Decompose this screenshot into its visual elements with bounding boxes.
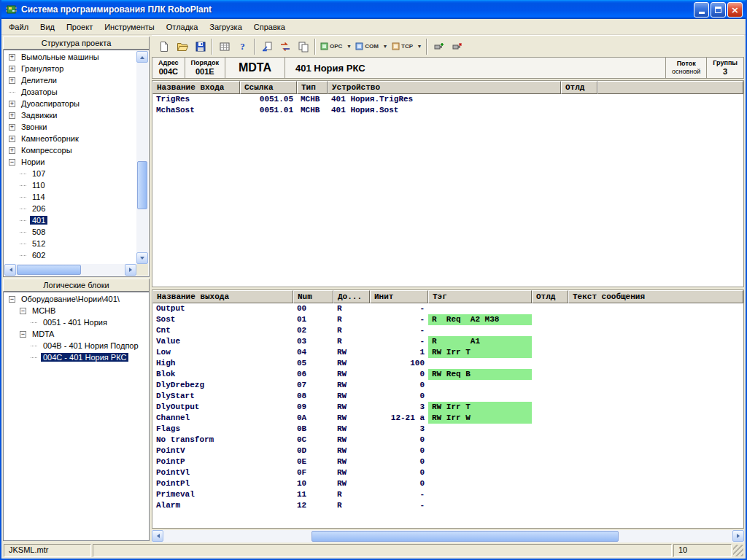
column-header[interactable]: Инит	[370, 290, 428, 303]
column-header[interactable]: Устройство	[328, 81, 561, 94]
tree-item[interactable]: 004B - 401 Нория Подпор	[4, 340, 148, 351]
column-header[interactable]: Отлд	[532, 290, 568, 303]
menu-item[interactable]: Инструменты	[98, 20, 160, 34]
output-row[interactable]: Cnt02R-	[152, 325, 743, 336]
project-tree-hscrollbar[interactable]	[4, 264, 136, 276]
menu-item[interactable]: Вид	[34, 20, 61, 34]
com-dropdown-button[interactable]: ▼	[381, 38, 390, 55]
tree-item[interactable]: 0051 - 401 Нория	[4, 316, 148, 328]
scroll-right-button[interactable]	[125, 264, 136, 276]
column-header[interactable]: До...	[333, 290, 370, 303]
column-header[interactable]: Ссылка	[240, 81, 297, 94]
tree-item[interactable]: 114	[4, 191, 136, 203]
connect-device-button[interactable]	[430, 38, 448, 55]
menu-item[interactable]: Проект	[61, 20, 98, 34]
output-row[interactable]: Sost01R-R Req A2 M38	[152, 314, 743, 325]
output-row[interactable]: Blok06RW0RW Req B	[152, 369, 743, 380]
tcp-dropdown-button[interactable]: ▼	[415, 38, 424, 55]
main-hscrollbar[interactable]	[152, 530, 744, 542]
output-row[interactable]: Value03R-R A1	[152, 336, 743, 347]
output-row[interactable]: Low04RW1RW Irr T	[152, 347, 743, 358]
close-button[interactable]: ×	[727, 2, 743, 18]
scroll-left-button[interactable]	[4, 264, 16, 276]
tree-item[interactable]: +Задвижки	[4, 109, 136, 121]
expand-icon[interactable]: +	[9, 77, 15, 84]
scroll-up-button[interactable]	[136, 51, 148, 63]
disconnect-device-button[interactable]	[448, 38, 466, 55]
output-row[interactable]: Channel0ARW12-21 aRW Irr W	[152, 413, 743, 424]
transfer-button[interactable]	[276, 38, 294, 55]
output-row[interactable]: PointP0ERW0	[152, 456, 743, 467]
expand-icon[interactable]: +	[9, 54, 15, 61]
expand-icon[interactable]: +	[9, 66, 15, 72]
column-header[interactable]: Название входа	[152, 81, 240, 94]
output-row[interactable]: DlyOutput09RW3RW Irr T	[152, 402, 743, 413]
vscroll-track[interactable]	[136, 63, 148, 252]
resize-grip[interactable]	[733, 545, 743, 556]
tree-item[interactable]: +Камнеотборник	[4, 133, 136, 144]
output-row[interactable]: DlyStart08RW0	[152, 391, 743, 402]
tree-item[interactable]: −MDTA	[4, 328, 148, 340]
column-header[interactable]: Тип	[297, 81, 328, 94]
copy-button[interactable]	[294, 38, 312, 55]
column-header[interactable]: Тэг	[428, 290, 532, 303]
tree-item[interactable]: 512	[4, 238, 136, 249]
tree-item[interactable]: −MCHB	[4, 305, 148, 316]
help-button[interactable]: ?	[233, 38, 252, 55]
expand-icon[interactable]: +	[9, 112, 15, 119]
opc-connection-button[interactable]: OPC	[318, 38, 344, 55]
tree-item[interactable]: −Нории	[4, 156, 136, 168]
tree-item[interactable]: 206	[4, 203, 136, 214]
menu-item[interactable]: Файл	[3, 20, 34, 34]
import-button[interactable]	[258, 38, 276, 55]
output-row[interactable]: Primeval11R-	[152, 489, 743, 500]
tree-item[interactable]: +Делители	[4, 74, 136, 86]
input-row[interactable]: MchaSost0051.01MCHB401 Нория.Sost	[152, 105, 743, 116]
output-row[interactable]: PointVl0FRW0	[152, 467, 743, 478]
title-bar[interactable]: Система программирования ПЛК RoboPlant ×	[1, 0, 746, 19]
main-hscroll-track[interactable]	[163, 530, 732, 542]
column-header[interactable]: Отлд	[561, 81, 597, 94]
expand-icon[interactable]: +	[9, 136, 15, 142]
menu-item[interactable]: Загрузка	[204, 20, 247, 34]
tree-item[interactable]: 004C - 401 Нория РКС	[4, 351, 148, 363]
tree-item[interactable]: +Компрессоры	[4, 144, 136, 156]
tree-item[interactable]: 508	[4, 226, 136, 238]
expand-icon[interactable]: +	[9, 101, 15, 107]
tree-item[interactable]: 110	[4, 179, 136, 191]
project-tree-vscrollbar[interactable]	[136, 51, 148, 264]
tree-item[interactable]: 602	[4, 249, 136, 261]
tree-item[interactable]: 401	[4, 214, 136, 226]
save-button[interactable]	[191, 38, 209, 55]
output-row[interactable]: High05RW100	[152, 358, 743, 369]
main-hscroll-thumb[interactable]	[311, 531, 619, 542]
open-project-button[interactable]	[173, 38, 191, 55]
tcp-connection-button[interactable]: TCP	[390, 38, 415, 55]
output-row[interactable]: Output00R-	[152, 303, 743, 314]
tree-item[interactable]: +Гранулятор	[4, 63, 136, 74]
output-row[interactable]: Flags0BRW3	[152, 424, 743, 435]
output-row[interactable]: Alarm12R-	[152, 500, 743, 511]
input-row[interactable]: TrigRes0051.05MCHB401 Нория.TrigRes	[152, 94, 743, 105]
scroll-left-button[interactable]	[152, 530, 163, 542]
collapse-icon[interactable]: −	[9, 296, 15, 303]
tree-item[interactable]: +Звонки	[4, 121, 136, 133]
column-header[interactable]: Num	[293, 290, 333, 303]
tree-item[interactable]: −Оборудование\Нории\401\	[4, 293, 148, 305]
column-header[interactable]: Текст сообщения	[568, 290, 743, 303]
minimize-button[interactable]	[694, 2, 709, 18]
tree-item[interactable]: Дозаторы	[4, 86, 136, 98]
scroll-right-button[interactable]	[732, 530, 744, 542]
column-header[interactable]: Название выхода	[152, 290, 293, 303]
opc-dropdown-button[interactable]: ▼	[344, 38, 353, 55]
expand-icon[interactable]: +	[9, 124, 15, 131]
maximize-button[interactable]	[711, 2, 726, 18]
new-file-button[interactable]	[155, 38, 173, 55]
vscroll-thumb[interactable]	[137, 161, 147, 209]
collapse-icon[interactable]: −	[20, 331, 26, 338]
collapse-icon[interactable]: −	[9, 159, 15, 166]
collapse-icon[interactable]: −	[20, 308, 26, 314]
output-row[interactable]: No transform0CRW0	[152, 435, 743, 446]
hscroll-track[interactable]	[16, 264, 125, 276]
output-row[interactable]: PointPl10RW0	[152, 478, 743, 489]
